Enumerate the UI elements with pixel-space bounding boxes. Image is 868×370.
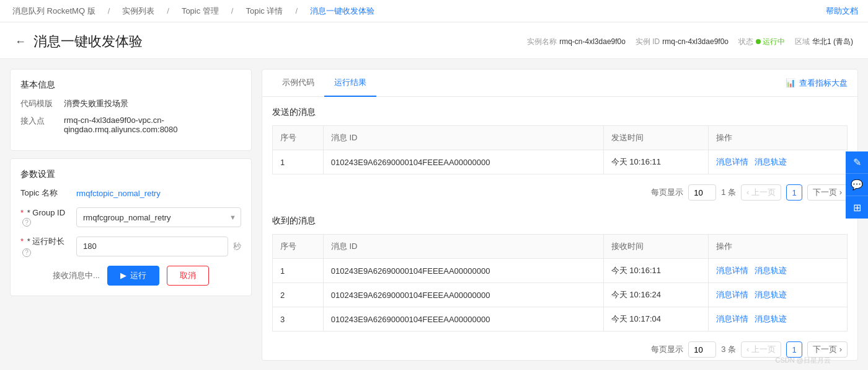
recv-col-actions: 操作 bbox=[708, 235, 847, 259]
sent-current-page: 1 bbox=[786, 184, 802, 201]
back-arrow[interactable]: ← bbox=[15, 35, 26, 48]
watermark: CSDN @日星月云 bbox=[776, 356, 831, 365]
sent-col-seq: 序号 bbox=[273, 126, 324, 150]
sent-action-trace[interactable]: 消息轨迹 bbox=[755, 157, 787, 166]
recv-col-seq: 序号 bbox=[273, 235, 324, 259]
nav-item-topic-detail[interactable]: Topic 详情 bbox=[243, 0, 285, 22]
help-link[interactable]: 帮助文档 bbox=[826, 6, 858, 17]
group-id-select-wrapper: rmqfcgroup_nomal_retry ▼ bbox=[76, 207, 241, 227]
sent-next-btn[interactable]: 下一页 › bbox=[807, 184, 848, 201]
sent-row-msgid: 010243E9A62690000104FEEEAA00000000 bbox=[323, 150, 603, 174]
float-chat-btn[interactable]: 💬 bbox=[846, 174, 868, 196]
cancel-button[interactable]: 取消 bbox=[167, 266, 209, 286]
right-panel: 示例代码 运行结果 📊 查看指标大盘 发送的消息 序号 消息 ID 发送时间 bbox=[262, 69, 858, 361]
group-id-help-icon[interactable]: ? bbox=[22, 218, 31, 227]
recv-row-seq: 1 bbox=[273, 259, 324, 283]
recv-action-trace[interactable]: 消息轨迹 bbox=[755, 266, 787, 275]
topic-name-row: Topic 名称 rmqfctopic_nomal_retry bbox=[20, 187, 241, 199]
sent-messages-title: 发送的消息 bbox=[272, 107, 848, 118]
sent-col-msgid: 消息 ID bbox=[323, 126, 603, 150]
recv-row-seq: 2 bbox=[273, 283, 324, 307]
recv-row-time: 今天 10:17:04 bbox=[603, 307, 708, 332]
tab-result[interactable]: 运行结果 bbox=[324, 70, 376, 97]
received-messages-section: 收到的消息 序号 消息 ID 接收时间 操作 1 010243E9A626900… bbox=[272, 215, 848, 360]
recv-row-msgid: 010243E9A62690000104FEEEAA00000000 bbox=[323, 307, 603, 332]
group-id-select[interactable]: rmqfcgroup_nomal_retry bbox=[76, 207, 241, 227]
sent-table-row: 1 010243E9A62690000104FEEEAA00000000 今天 … bbox=[273, 150, 848, 174]
instance-status-value: 运行中 bbox=[756, 37, 785, 47]
nav-item-queue[interactable]: 消息队列 RocketMQ 版 bbox=[10, 0, 98, 22]
sent-prev-btn[interactable]: ‹ 上一页 bbox=[741, 184, 781, 201]
status-dot bbox=[756, 39, 761, 44]
nav-sep-2: / bbox=[167, 6, 169, 16]
duration-row: * * 运行时长 ? 秒 bbox=[20, 236, 241, 257]
metrics-icon: 📊 bbox=[786, 78, 795, 88]
sent-col-time: 发送时间 bbox=[603, 126, 708, 150]
duration-input-wrapper: 秒 bbox=[76, 237, 241, 256]
code-version-value: 消费失败重投场景 bbox=[64, 98, 128, 109]
recv-total: 3 条 bbox=[721, 344, 736, 355]
recv-action-detail[interactable]: 消息详情 bbox=[716, 314, 748, 323]
instance-id-item: 实例 ID rmq-cn-4xl3dae9f0o bbox=[636, 37, 728, 47]
recv-table-row: 2 010243E9A62690000104FEEEAA00000000 今天 … bbox=[273, 283, 848, 307]
sent-row-time: 今天 10:16:11 bbox=[603, 150, 708, 174]
nav-sep-3: / bbox=[231, 6, 234, 16]
nav-item-instances[interactable]: 实例列表 bbox=[120, 0, 157, 22]
group-id-row: * * Group ID ? rmqfcgroup_nomal_retry ▼ bbox=[20, 207, 241, 227]
view-metrics-link[interactable]: 📊 查看指标大盘 bbox=[786, 78, 848, 89]
tab-code[interactable]: 示例代码 bbox=[272, 70, 324, 97]
float-grid-btn[interactable]: ⊞ bbox=[846, 196, 868, 219]
receiving-status: 接收消息中... bbox=[53, 270, 100, 281]
duration-help-icon[interactable]: ? bbox=[22, 248, 31, 257]
sent-page-size-select[interactable]: 10 20 50 bbox=[688, 184, 716, 201]
recv-action-trace[interactable]: 消息轨迹 bbox=[755, 290, 787, 299]
sent-messages-table: 序号 消息 ID 发送时间 操作 1 010243E9A62690000104F… bbox=[272, 125, 848, 174]
code-version-row: 代码模版 消费失败重投场景 bbox=[20, 98, 241, 109]
tab-content: 发送的消息 序号 消息 ID 发送时间 操作 1 010243E9A626900… bbox=[262, 97, 857, 360]
recv-row-actions: 消息详情 消息轨迹 bbox=[708, 307, 847, 332]
sent-table-header-row: 序号 消息 ID 发送时间 操作 bbox=[273, 126, 848, 150]
recv-table-row: 1 010243E9A62690000104FEEEAA00000000 今天 … bbox=[273, 259, 848, 283]
params-settings-card: 参数设置 Topic 名称 rmqfctopic_nomal_retry * *… bbox=[10, 158, 252, 296]
code-version-label: 代码模版 bbox=[20, 98, 64, 109]
duration-unit: 秒 bbox=[233, 241, 241, 252]
recv-pagination: 每页显示 10 20 50 3 条 ‹ 上一页 1 下一页 › bbox=[272, 336, 848, 360]
sent-row-seq: 1 bbox=[273, 150, 324, 174]
recv-col-msgid: 消息 ID bbox=[323, 235, 603, 259]
recv-row-seq: 3 bbox=[273, 307, 324, 332]
sent-action-detail[interactable]: 消息详情 bbox=[716, 157, 748, 166]
status-text: 运行中 bbox=[763, 37, 785, 47]
received-messages-table: 序号 消息 ID 接收时间 操作 1 010243E9A62690000104F… bbox=[272, 234, 848, 332]
recv-row-time: 今天 10:16:24 bbox=[603, 283, 708, 307]
left-panel: 基本信息 代码模版 消费失败重投场景 接入点 rmq-cn-4xl3dae9f0… bbox=[10, 69, 252, 361]
run-icon: ▶ bbox=[120, 271, 126, 280]
sent-total: 1 条 bbox=[721, 187, 736, 198]
page-title-row: ← 消息一键收发体验 bbox=[15, 32, 143, 51]
float-edit-btn[interactable]: ✎ bbox=[846, 151, 868, 174]
topic-name-label: Topic 名称 bbox=[20, 187, 76, 199]
page-title: 消息一键收发体验 bbox=[33, 32, 143, 51]
recv-action-detail[interactable]: 消息详情 bbox=[716, 266, 748, 275]
sent-messages-section: 发送的消息 序号 消息 ID 发送时间 操作 1 010243E9A626900… bbox=[272, 107, 848, 203]
instance-name-item: 实例名称 rmq-cn-4xl3dae9f0o bbox=[527, 37, 626, 47]
instance-region-label: 区域 bbox=[795, 37, 810, 47]
recv-action-detail[interactable]: 消息详情 bbox=[716, 290, 748, 299]
received-messages-title: 收到的消息 bbox=[272, 215, 848, 227]
duration-input[interactable] bbox=[76, 237, 228, 256]
instance-info: 实例名称 rmq-cn-4xl3dae9f0o 实例 ID rmq-cn-4xl… bbox=[527, 37, 853, 47]
nav-item-topic-mgmt[interactable]: Topic 管理 bbox=[179, 0, 221, 22]
sent-row-actions: 消息详情 消息轨迹 bbox=[708, 150, 847, 174]
params-settings-title: 参数设置 bbox=[20, 169, 241, 180]
nav-item-send-receive[interactable]: 消息一键收发体验 bbox=[308, 0, 377, 22]
endpoint-value: rmq-cn-4xl3dae9f0o-vpc.cn-qingdao.rmq.al… bbox=[64, 115, 241, 134]
run-button[interactable]: ▶ 运行 bbox=[107, 266, 159, 286]
page-header: ← 消息一键收发体验 实例名称 rmq-cn-4xl3dae9f0o 实例 ID… bbox=[0, 22, 868, 59]
nav-sep-1: / bbox=[108, 6, 110, 16]
instance-status-item: 状态 运行中 bbox=[738, 37, 785, 47]
topic-name-value[interactable]: rmqfctopic_nomal_retry bbox=[76, 189, 161, 198]
recv-page-size-label: 每页显示 bbox=[651, 344, 683, 355]
recv-action-trace[interactable]: 消息轨迹 bbox=[755, 314, 787, 323]
recv-row-msgid: 010243E9A62690000104FEEEAA00000000 bbox=[323, 283, 603, 307]
recv-page-size-select[interactable]: 10 20 50 bbox=[688, 341, 716, 358]
nav-sep-4: / bbox=[295, 6, 298, 16]
